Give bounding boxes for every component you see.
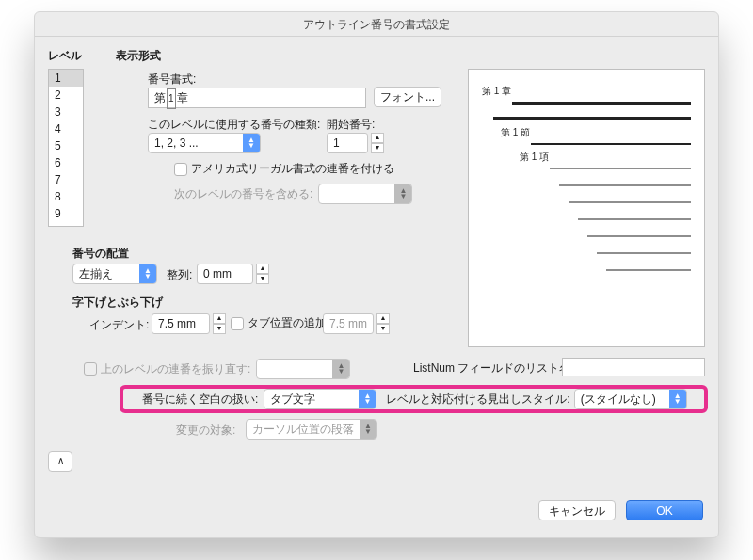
include-level-value: [319, 184, 394, 203]
tab-pos-value: 7.5 mm: [323, 313, 374, 334]
chevron-updown-icon: ▲▼: [360, 420, 376, 439]
font-button[interactable]: フォント...: [374, 87, 441, 107]
highlighted-row: 番号に続く空白の扱い: タブ文字 ▲▼ レベルと対応付ける見出しスタイル: (ス…: [120, 385, 708, 413]
number-format-prefix: 第: [154, 91, 166, 104]
tab-add-row: タブ位置の追加:: [231, 315, 329, 331]
include-level-select: ▲▼: [318, 184, 412, 204]
trailing-char-label: 番号に続く空白の扱い:: [142, 392, 258, 408]
listnum-label: ListNum フィールドのリスト名:: [413, 360, 574, 376]
preview-line: [587, 235, 691, 237]
number-format-input[interactable]: 第1章: [148, 88, 366, 108]
restart-value: [257, 360, 332, 378]
number-format-label: 番号書式:: [148, 72, 196, 88]
chevron-updown-icon: ▲▼: [243, 134, 260, 152]
include-level-label: 次のレベルの番号を含める:: [174, 186, 312, 202]
stepper-icon[interactable]: ▲▼: [256, 264, 269, 284]
legal-style-row: アメリカ式リーガル書式の連番を付ける: [174, 161, 394, 177]
level-item-8[interactable]: 8: [49, 188, 83, 205]
cancel-button[interactable]: キャンセル: [538, 500, 616, 520]
alignment-value: 左揃え: [73, 264, 139, 283]
apply-changes-value: カーソル位置の段落: [247, 420, 360, 439]
preview-line: [512, 102, 691, 105]
indent-section-label: 字下げとぶら下げ: [72, 295, 163, 311]
ok-button[interactable]: OK: [626, 500, 703, 520]
number-format-token: 1: [167, 88, 176, 109]
restart-select: ▲▼: [256, 359, 350, 379]
level-item-4[interactable]: 4: [49, 120, 83, 137]
number-placement-label: 番号の配置: [72, 246, 129, 262]
preview-line: [569, 201, 691, 203]
display-format-label: 表示形式: [116, 48, 161, 64]
number-type-value: 1, 2, 3 ...: [149, 134, 243, 152]
listnum-input[interactable]: [562, 358, 705, 376]
dialog-body: レベル 1 2 3 4 5 6 7 8 9 表示形式 番号書式: 第1章 フォン…: [35, 37, 718, 537]
stepper-icon[interactable]: ▲▼: [213, 313, 226, 334]
apply-changes-select: カーソル位置の段落 ▲▼: [246, 419, 377, 440]
legal-style-checkbox[interactable]: [174, 163, 187, 176]
number-format-suffix: 章: [177, 91, 188, 104]
level-item-5[interactable]: 5: [49, 137, 83, 154]
preview-line: [493, 117, 691, 120]
alignment-select[interactable]: 左揃え ▲▼: [72, 264, 157, 284]
restart-row: 上のレベルの連番を振り直す: ▲▼: [84, 359, 350, 379]
preview-label-2: 第 1 節: [501, 126, 691, 139]
level-item-2[interactable]: 2: [49, 87, 83, 104]
justify-spinner[interactable]: 0 mm ▲▼: [197, 264, 269, 284]
stepper-icon: ▲▼: [376, 313, 390, 334]
preview-pane: 第 1 章 第 1 節 第 1 項: [468, 69, 705, 347]
indent-spinner[interactable]: 7.5 mm ▲▼: [152, 313, 226, 334]
preview-line: [578, 218, 691, 220]
include-level-row: 次のレベルの番号を含める: ▲▼: [174, 184, 412, 204]
chevron-updown-icon: ▲▼: [394, 184, 411, 203]
apply-changes-label: 変更の対象:: [176, 423, 235, 439]
indent-value[interactable]: 7.5 mm: [152, 313, 210, 334]
indent-label: インデント:: [89, 317, 149, 333]
tab-pos-spinner: 7.5 mm ▲▼: [323, 313, 390, 334]
preview-line: [550, 168, 691, 169]
preview-label-3: 第 1 項: [520, 151, 691, 164]
tab-add-checkbox[interactable]: [231, 317, 244, 330]
restart-checkbox: [84, 362, 97, 376]
level-item-7[interactable]: 7: [49, 171, 83, 188]
chevron-up-icon: ∧: [57, 456, 64, 466]
level-list[interactable]: 1 2 3 4 5 6 7 8 9: [48, 69, 84, 227]
number-type-select[interactable]: 1, 2, 3 ... ▲▼: [148, 133, 261, 153]
chevron-updown-icon: ▲▼: [332, 360, 349, 378]
collapse-button[interactable]: ∧: [48, 451, 72, 472]
start-number-spinner[interactable]: 1 ▲▼: [327, 133, 384, 153]
start-number-value[interactable]: 1: [327, 133, 368, 153]
footer-buttons: キャンセル OK: [531, 500, 703, 520]
chevron-updown-icon: ▲▼: [139, 264, 156, 283]
level-item-9[interactable]: 9: [49, 205, 83, 222]
preview-line: [606, 269, 691, 271]
preview-line: [559, 184, 691, 186]
level-item-6[interactable]: 6: [49, 154, 83, 171]
heading-style-select[interactable]: (スタイルなし) ▲▼: [574, 389, 687, 409]
dialog-outline-number-format: アウトライン番号の書式設定 レベル 1 2 3 4 5 6 7 8 9 表示形式…: [34, 11, 719, 538]
tab-add-label: タブ位置の追加:: [248, 315, 329, 331]
trailing-char-select[interactable]: タブ文字 ▲▼: [264, 389, 376, 409]
level-item-3[interactable]: 3: [49, 104, 83, 120]
start-number-label: 開始番号:: [327, 117, 375, 133]
heading-style-label: レベルと対応付ける見出しスタイル:: [386, 392, 569, 408]
justify-value[interactable]: 0 mm: [197, 264, 253, 284]
chevron-updown-icon: ▲▼: [669, 390, 686, 408]
trailing-char-value: タブ文字: [264, 390, 359, 408]
restart-label: 上のレベルの連番を振り直す:: [101, 361, 250, 377]
dialog-title: アウトライン番号の書式設定: [35, 12, 718, 37]
level-label: レベル: [48, 48, 82, 64]
legal-style-label: アメリカ式リーガル書式の連番を付ける: [191, 161, 394, 177]
preview-label-1: 第 1 章: [482, 85, 691, 98]
level-item-1[interactable]: 1: [49, 70, 83, 87]
chevron-updown-icon: ▲▼: [359, 390, 376, 408]
preview-line: [531, 143, 691, 145]
heading-style-value: (スタイルなし): [575, 390, 669, 408]
preview-line: [597, 252, 691, 254]
number-type-label: このレベルに使用する番号の種類:: [148, 117, 320, 133]
stepper-icon[interactable]: ▲▼: [371, 133, 384, 153]
justify-label: 整列:: [167, 267, 192, 283]
